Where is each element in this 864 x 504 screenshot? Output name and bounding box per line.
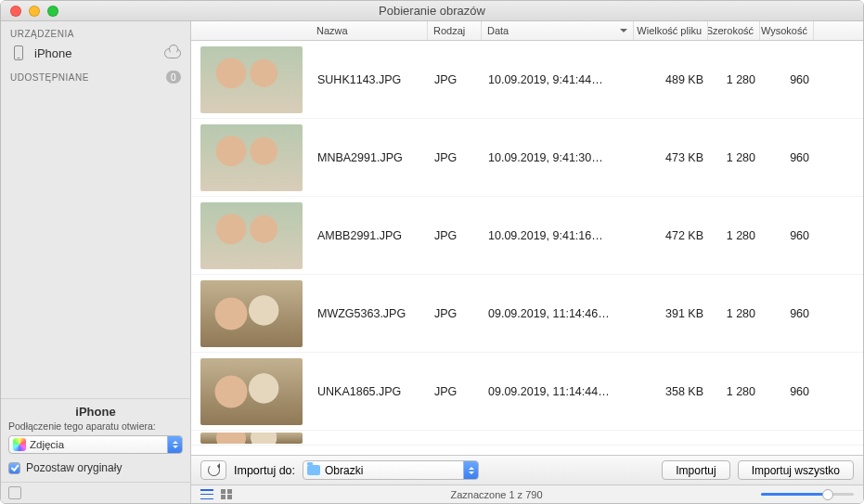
statusbar: Zaznaczone 1 z 790 <box>191 485 863 503</box>
list-view-icon[interactable] <box>200 489 213 499</box>
shared-count-badge: 0 <box>166 71 181 84</box>
selected-device: iPhone <box>8 405 183 419</box>
rotate-icon <box>208 464 220 476</box>
cell-size: 391 KB <box>635 307 709 320</box>
cell-height: 960 <box>761 73 815 86</box>
cell-width: 1 280 <box>709 151 761 164</box>
cell-date: 10.09.2019, 9:41:16… <box>483 229 635 242</box>
thumbnail <box>200 124 303 191</box>
shared-header: UDOSTĘPNIANE 0 <box>1 63 190 87</box>
cell-size: 489 KB <box>635 73 709 86</box>
cell-width: 1 280 <box>709 385 761 398</box>
cell-size: 358 KB <box>635 385 709 398</box>
col-date[interactable]: Data <box>482 21 634 40</box>
cell-kind: JPG <box>429 307 483 320</box>
destination-popup[interactable]: Obrazki <box>303 460 479 480</box>
table-row[interactable] <box>191 431 863 446</box>
cell-name: MWZG5363.JPG <box>312 307 429 320</box>
cell-width: 1 280 <box>709 73 761 86</box>
grid-view-icon[interactable] <box>221 489 232 499</box>
cell-height: 960 <box>761 229 815 242</box>
import-button[interactable]: Importuj <box>662 460 729 480</box>
folder-icon <box>307 465 320 475</box>
cell-kind: JPG <box>429 385 483 398</box>
cell-kind: JPG <box>429 73 483 86</box>
table-row[interactable]: UNKA1865.JPG JPG 09.09.2019, 11:14:44… 3… <box>191 353 863 431</box>
sidebar-bottom: iPhone Podłączenie tego aparatu otwiera:… <box>1 398 190 482</box>
import-to-label: Importuj do: <box>234 464 295 477</box>
cell-name: AMBB2991.JPG <box>312 229 429 242</box>
device-label: iPhone <box>34 46 157 60</box>
table-row[interactable]: AMBB2991.JPG JPG 10.09.2019, 9:41:16… 47… <box>191 197 863 275</box>
show-icon[interactable] <box>8 486 21 499</box>
open-hint: Podłączenie tego aparatu otwiera: <box>8 420 183 432</box>
cell-height: 960 <box>761 385 815 398</box>
cell-name: SUHK1143.JPG <box>312 73 429 86</box>
cell-kind: JPG <box>429 151 483 164</box>
window-title: Pobieranie obrazów <box>1 4 863 18</box>
table-row[interactable]: SUHK1143.JPG JPG 10.09.2019, 9:41:44… 48… <box>191 41 863 119</box>
col-kind[interactable]: Rodzaj <box>428 21 482 40</box>
destination-label: Obrazki <box>325 464 363 477</box>
sidebar-item-iphone[interactable]: iPhone <box>1 43 190 63</box>
content: Nazwa Rodzaj Data Wielkość pliku Szeroko… <box>191 21 863 503</box>
cell-width: 1 280 <box>709 229 761 242</box>
cloud-icon <box>164 48 181 58</box>
keep-originals-checkbox[interactable] <box>8 462 20 474</box>
thumbnail <box>200 358 303 425</box>
thumbnail <box>200 280 303 347</box>
import-all-button[interactable]: Importuj wszystko <box>738 460 854 480</box>
titlebar: Pobieranie obrazów <box>1 1 863 21</box>
thumbnail <box>200 46 303 113</box>
open-app-label: Zdjęcia <box>30 439 64 450</box>
keep-originals-label: Pozostaw oryginały <box>26 461 122 474</box>
thumbnail-size-slider[interactable] <box>761 493 854 496</box>
toolbar: Importuj do: Obrazki Importuj Importuj w… <box>191 455 863 485</box>
col-size[interactable]: Wielkość pliku <box>634 21 708 40</box>
rotate-button[interactable] <box>200 460 226 480</box>
cell-date: 10.09.2019, 9:41:30… <box>483 151 635 164</box>
devices-header: URZĄDZENIA <box>1 21 190 43</box>
cell-size: 473 KB <box>635 151 709 164</box>
table-body: SUHK1143.JPG JPG 10.09.2019, 9:41:44… 48… <box>191 41 863 455</box>
cell-name: UNKA1865.JPG <box>312 385 429 398</box>
cell-date: 10.09.2019, 9:41:44… <box>483 73 635 86</box>
table-row[interactable]: MNBA2991.JPG JPG 10.09.2019, 9:41:30… 47… <box>191 119 863 197</box>
table-header: Nazwa Rodzaj Data Wielkość pliku Szeroko… <box>191 21 863 41</box>
thumbnail <box>200 433 303 444</box>
cell-size: 472 KB <box>635 229 709 242</box>
sidebar-footer <box>1 482 190 503</box>
cell-width: 1 280 <box>709 307 761 320</box>
sidebar: URZĄDZENIA iPhone UDOSTĘPNIANE 0 iPhone … <box>1 21 191 503</box>
col-width[interactable]: Szerokość <box>708 21 760 40</box>
col-name[interactable]: Nazwa <box>311 21 428 40</box>
chevron-updown-icon <box>463 461 478 479</box>
phone-icon <box>14 45 23 60</box>
cell-kind: JPG <box>429 229 483 242</box>
view-switch[interactable] <box>200 489 232 499</box>
thumbnail <box>200 202 303 269</box>
cell-name: MNBA2991.JPG <box>312 151 429 164</box>
open-app-popup[interactable]: Zdjęcia <box>8 435 183 454</box>
cell-height: 960 <box>761 151 815 164</box>
photos-app-icon <box>13 438 26 451</box>
cell-date: 09.09.2019, 11:14:44… <box>483 385 635 398</box>
col-thumb[interactable] <box>191 21 311 40</box>
selection-status: Zaznaczone 1 z 790 <box>232 489 761 500</box>
table-row[interactable]: MWZG5363.JPG JPG 09.09.2019, 11:14:46… 3… <box>191 275 863 353</box>
col-height[interactable]: Wysokość <box>760 21 814 40</box>
chevron-updown-icon <box>167 436 182 453</box>
cell-height: 960 <box>761 307 815 320</box>
cell-date: 09.09.2019, 11:14:46… <box>483 307 635 320</box>
